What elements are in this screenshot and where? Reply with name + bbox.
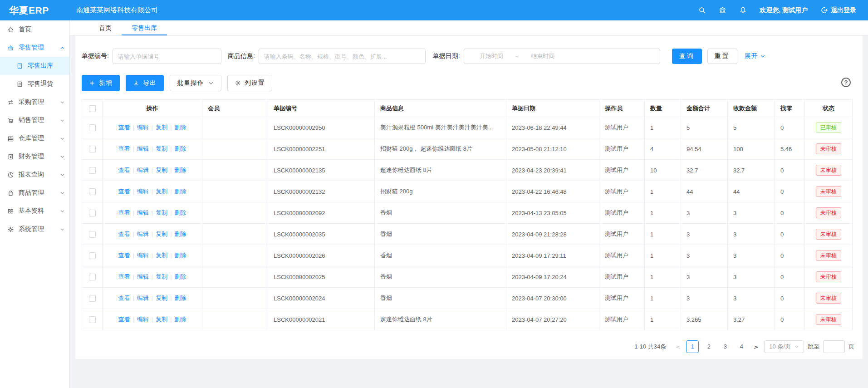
row-action-delete[interactable]: 删除 xyxy=(175,273,186,280)
row-action-copy[interactable]: 复制 xyxy=(156,167,167,173)
prev-page-button[interactable]: < xyxy=(673,344,682,350)
row-action-view[interactable]: 查看 xyxy=(118,231,130,237)
row-action-delete[interactable]: 删除 xyxy=(175,124,186,131)
cell-actions: 查看|编辑|复制|删除 xyxy=(103,266,202,288)
sidebar-item-5[interactable]: 财务管理 xyxy=(0,147,69,166)
row-checkbox[interactable] xyxy=(89,295,96,302)
product-input[interactable] xyxy=(259,49,426,64)
export-button[interactable]: 导出 xyxy=(126,75,164,91)
expand-link[interactable]: 展开 xyxy=(745,52,765,60)
row-action-edit[interactable]: 编辑 xyxy=(137,167,149,173)
logout-button[interactable]: 退出登录 xyxy=(820,6,856,15)
row-action-view[interactable]: 查看 xyxy=(118,145,130,152)
row-action-copy[interactable]: 复制 xyxy=(156,316,167,323)
cell-received: 32.7 xyxy=(728,160,775,181)
row-action-edit[interactable]: 编辑 xyxy=(137,231,149,237)
row-action-delete[interactable]: 删除 xyxy=(175,316,186,323)
page-number-2[interactable]: 2 xyxy=(702,340,715,353)
sidebar-subitem-1-0[interactable]: 零售出库 xyxy=(0,57,69,75)
date-separator: ~ xyxy=(515,53,519,60)
date-range-picker[interactable]: 开始时间 ~ 结束时间 xyxy=(464,49,660,64)
row-checkbox[interactable] xyxy=(89,252,96,259)
row-action-view[interactable]: 查看 xyxy=(118,124,130,131)
sidebar-item-9[interactable]: 系统管理 xyxy=(0,220,69,238)
page-size-select[interactable]: 10 条/页 xyxy=(764,340,804,353)
row-action-view[interactable]: 查看 xyxy=(118,295,130,301)
add-button[interactable]: 新增 xyxy=(82,75,120,91)
status-badge: 已审核 xyxy=(816,122,841,133)
reset-button[interactable]: 重置 xyxy=(707,49,737,64)
row-action-view[interactable]: 查看 xyxy=(118,273,130,280)
sidebar: 首页零售管理零售出库零售退货采购管理销售管理仓库管理财务管理报表查询商品管理基本… xyxy=(0,20,70,388)
row-action-delete[interactable]: 删除 xyxy=(175,295,186,301)
row-action-delete[interactable]: 删除 xyxy=(175,252,186,259)
row-action-edit[interactable]: 编辑 xyxy=(137,124,149,131)
row-action-delete[interactable]: 删除 xyxy=(175,145,186,152)
bank-icon[interactable] xyxy=(719,6,726,14)
row-action-edit[interactable]: 编辑 xyxy=(137,188,149,195)
row-action-copy[interactable]: 复制 xyxy=(156,231,167,237)
page-number-1[interactable]: 1 xyxy=(686,340,699,353)
page-number-3[interactable]: 3 xyxy=(719,340,731,353)
table-row: 查看|编辑|复制|删除 LSCK00000002021 超迷你维达面纸 8片 2… xyxy=(82,309,853,330)
jump-page-input[interactable] xyxy=(823,340,845,353)
bell-icon[interactable] xyxy=(739,6,747,14)
row-action-copy[interactable]: 复制 xyxy=(156,295,167,301)
row-checkbox[interactable] xyxy=(89,210,96,216)
cell-total: 3 xyxy=(681,224,728,245)
row-action-delete[interactable]: 删除 xyxy=(175,209,186,216)
row-checkbox[interactable] xyxy=(89,146,96,152)
row-action-edit[interactable]: 编辑 xyxy=(137,316,149,323)
tab-0[interactable]: 首页 xyxy=(89,20,122,35)
row-action-copy[interactable]: 复制 xyxy=(156,209,167,216)
order-no-input[interactable] xyxy=(113,49,221,64)
page-number-4[interactable]: 4 xyxy=(735,340,748,353)
row-checkbox[interactable] xyxy=(89,316,96,323)
tab-1[interactable]: 零售出库 xyxy=(122,20,167,35)
status-badge: 未审核 xyxy=(816,143,841,155)
row-action-edit[interactable]: 编辑 xyxy=(137,273,149,280)
sidebar-item-6[interactable]: 报表查询 xyxy=(0,166,69,184)
sidebar-item-7[interactable]: 商品管理 xyxy=(0,184,69,202)
row-checkbox[interactable] xyxy=(89,124,96,131)
row-action-copy[interactable]: 复制 xyxy=(156,188,167,195)
row-action-edit[interactable]: 编辑 xyxy=(137,145,149,152)
row-action-delete[interactable]: 删除 xyxy=(175,167,186,173)
row-action-delete[interactable]: 删除 xyxy=(175,188,186,195)
sidebar-subitem-1-1[interactable]: 零售退货 xyxy=(0,75,69,93)
sidebar-item-8[interactable]: 基本资料 xyxy=(0,202,69,220)
row-action-view[interactable]: 查看 xyxy=(118,167,130,173)
row-checkbox[interactable] xyxy=(89,188,96,195)
row-action-copy[interactable]: 复制 xyxy=(156,252,167,259)
row-checkbox[interactable] xyxy=(89,274,96,280)
row-action-view[interactable]: 查看 xyxy=(118,252,130,259)
row-action-view[interactable]: 查看 xyxy=(118,209,130,216)
column-header: 状态 xyxy=(805,100,853,117)
row-action-copy[interactable]: 复制 xyxy=(156,124,167,131)
row-action-delete[interactable]: 删除 xyxy=(175,231,186,237)
row-checkbox[interactable] xyxy=(89,167,96,174)
row-action-edit[interactable]: 编辑 xyxy=(137,209,149,216)
row-action-copy[interactable]: 复制 xyxy=(156,273,167,280)
help-icon[interactable]: ? xyxy=(841,78,851,87)
row-checkbox[interactable] xyxy=(89,231,96,238)
sidebar-item-1[interactable]: 零售管理 xyxy=(0,39,69,57)
search-button[interactable]: 查询 xyxy=(672,49,702,64)
sidebar-item-0[interactable]: 首页 xyxy=(0,20,69,39)
sidebar-item-2[interactable]: 采购管理 xyxy=(0,93,69,111)
row-action-view[interactable]: 查看 xyxy=(118,188,130,195)
batch-actions-button[interactable]: 批量操作 xyxy=(170,75,221,91)
sidebar-item-4[interactable]: 仓库管理 xyxy=(0,129,69,147)
column-settings-button[interactable]: 列设置 xyxy=(227,75,272,91)
sidebar-item-3[interactable]: 销售管理 xyxy=(0,111,69,129)
row-action-view[interactable]: 查看 xyxy=(118,316,130,323)
row-action-edit[interactable]: 编辑 xyxy=(137,295,149,301)
row-action-edit[interactable]: 编辑 xyxy=(137,252,149,259)
cell-change: 5.46 xyxy=(775,138,805,160)
next-page-button[interactable]: > xyxy=(751,344,760,350)
select-all-checkbox[interactable] xyxy=(89,105,96,112)
cell-actions: 查看|编辑|复制|删除 xyxy=(103,202,202,224)
search-icon[interactable] xyxy=(698,6,706,14)
row-action-copy[interactable]: 复制 xyxy=(156,145,167,152)
table-row: 查看|编辑|复制|删除 LSCK00000002251 招财猫 200g， 超迷… xyxy=(82,138,853,160)
